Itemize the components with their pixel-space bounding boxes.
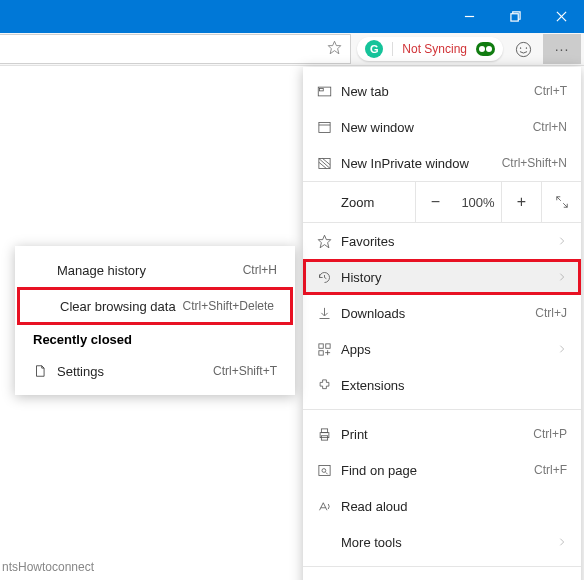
menu-new-inprivate[interactable]: New InPrivate window Ctrl+Shift+N (303, 145, 581, 181)
history-submenu: Manage history Ctrl+H Clear browsing dat… (15, 246, 295, 395)
extensions-icon (317, 378, 341, 393)
zoom-row: Zoom − 100% + (303, 181, 581, 223)
svg-rect-10 (319, 122, 330, 132)
svg-rect-9 (320, 88, 324, 91)
menu-new-window[interactable]: New window Ctrl+N (303, 109, 581, 145)
menu-downloads[interactable]: Downloads Ctrl+J (303, 295, 581, 331)
address-bar[interactable] (0, 34, 351, 64)
fullscreen-button[interactable] (541, 182, 581, 222)
svg-point-30 (322, 468, 326, 472)
svg-rect-23 (319, 350, 323, 354)
svg-marker-4 (329, 41, 342, 54)
sync-status-text: Not Syncing (402, 42, 467, 56)
star-icon (317, 234, 341, 249)
watermark-text: ntsHowtoconnect (2, 560, 94, 574)
svg-line-15 (319, 162, 327, 168)
more-menu-button[interactable]: ··· (543, 34, 581, 64)
history-icon (317, 270, 341, 285)
submenu-clear-browsing-data[interactable]: Clear browsing data Ctrl+Shift+Delete (18, 288, 292, 324)
menu-print[interactable]: Print Ctrl+P (303, 416, 581, 452)
zoom-out-button[interactable]: − (415, 182, 455, 222)
menu-find[interactable]: Find on page Ctrl+F (303, 452, 581, 488)
menu-more-tools[interactable]: More tools (303, 524, 581, 560)
find-icon (317, 463, 341, 478)
chevron-right-icon (557, 342, 567, 357)
inprivate-icon (317, 156, 341, 171)
svg-rect-22 (326, 343, 330, 347)
chevron-right-icon (557, 234, 567, 249)
favorite-star-icon[interactable] (327, 40, 342, 59)
menu-apps[interactable]: Apps (303, 331, 581, 367)
menu-extensions[interactable]: Extensions (303, 367, 581, 403)
svg-line-31 (326, 472, 328, 474)
minimize-button[interactable] (446, 0, 492, 33)
read-aloud-icon (317, 499, 341, 514)
svg-rect-21 (319, 343, 323, 347)
svg-rect-29 (319, 465, 330, 475)
apps-icon (317, 342, 341, 357)
menu-read-aloud[interactable]: Read aloud (303, 488, 581, 524)
svg-point-5 (516, 42, 530, 56)
menu-history[interactable]: History (303, 259, 581, 295)
svg-rect-27 (321, 428, 327, 432)
zoom-value: 100% (455, 182, 501, 222)
new-tab-icon (317, 84, 341, 99)
browser-toolbar: G Not Syncing ··· (0, 33, 584, 66)
page-icon (33, 364, 57, 378)
print-icon (317, 427, 341, 442)
settings-menu: New tab Ctrl+T New window Ctrl+N New InP… (303, 67, 581, 580)
close-button[interactable] (538, 0, 584, 33)
xbox-avatar-icon (476, 42, 495, 56)
grammarly-icon: G (365, 40, 383, 58)
chevron-right-icon (557, 535, 567, 550)
restore-button[interactable] (492, 0, 538, 33)
window-titlebar (0, 0, 584, 33)
menu-new-tab[interactable]: New tab Ctrl+T (303, 73, 581, 109)
smiley-feedback-icon[interactable] (507, 34, 539, 64)
new-window-icon (317, 120, 341, 135)
menu-settings[interactable]: Settings (303, 573, 581, 580)
svg-point-7 (525, 47, 526, 48)
menu-favorites[interactable]: Favorites (303, 223, 581, 259)
submenu-manage-history[interactable]: Manage history Ctrl+H (15, 252, 295, 288)
svg-line-14 (323, 158, 331, 164)
chevron-right-icon (557, 270, 567, 285)
download-icon (317, 306, 341, 321)
svg-marker-18 (318, 235, 331, 248)
svg-line-16 (556, 197, 560, 201)
profile-sync-pill[interactable]: G Not Syncing (357, 37, 503, 61)
zoom-label: Zoom (303, 195, 415, 210)
svg-rect-1 (510, 14, 517, 21)
zoom-in-button[interactable]: + (501, 182, 541, 222)
submenu-recent-settings[interactable]: Settings Ctrl+Shift+T (15, 353, 295, 389)
recently-closed-header: Recently closed (15, 324, 295, 353)
svg-line-17 (563, 203, 567, 207)
svg-point-6 (520, 47, 521, 48)
